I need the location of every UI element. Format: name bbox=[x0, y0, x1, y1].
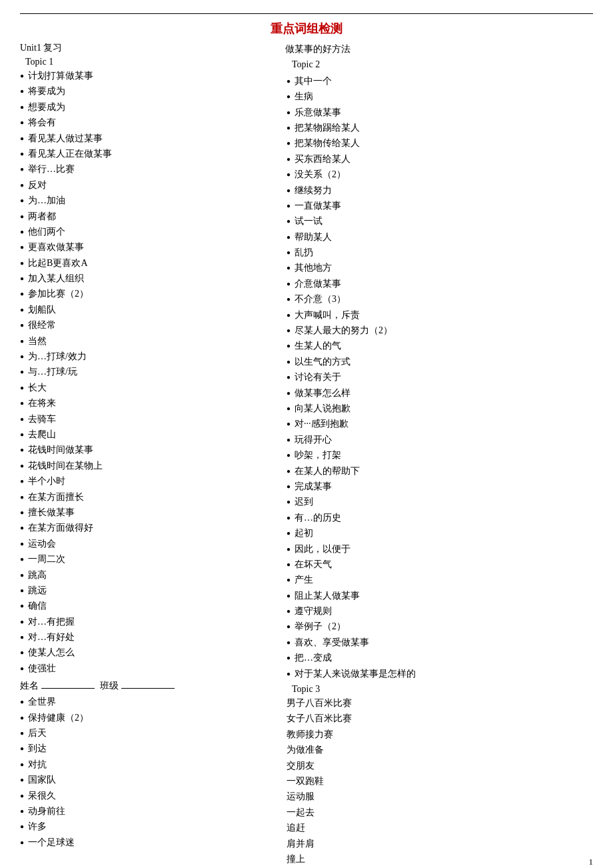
plain-item: 肩并肩 bbox=[287, 837, 593, 851]
list-item: 运动会 bbox=[20, 537, 273, 551]
list-item: 产生 bbox=[287, 573, 593, 587]
list-item: 大声喊叫，斥责 bbox=[287, 308, 593, 323]
left-column: Unit1 复习 Topic 1 计划打算做某事将要成为想要成为将会有看见某人做… bbox=[20, 42, 273, 867]
list-item: 乐意做某事 bbox=[287, 105, 593, 120]
list-item: 全世界 bbox=[20, 695, 273, 709]
list-item: 保持健康（2） bbox=[20, 711, 273, 725]
list-item: 一直做某事 bbox=[287, 199, 593, 213]
list-item: 在将来 bbox=[20, 396, 273, 411]
list-item: 把某物踢给某人 bbox=[287, 121, 593, 135]
list-item: 帮助某人 bbox=[287, 230, 593, 245]
list-item: 在坏天气 bbox=[287, 557, 593, 572]
name-underline bbox=[41, 688, 95, 689]
list-item: 比起B更喜欢A bbox=[20, 256, 273, 271]
list-item: 其他地方 bbox=[287, 261, 593, 275]
list-item: 当然 bbox=[20, 334, 273, 349]
topic3-plain-list: 男子八百米比赛女子八百米比赛教师接力赛为做准备交朋友一双跑鞋运动服一起去追赶肩并… bbox=[287, 696, 593, 867]
list-item: 对抗 bbox=[20, 757, 273, 772]
list-item: 举例子（2） bbox=[287, 619, 593, 634]
list-item: 去骑车 bbox=[20, 412, 273, 427]
top-border bbox=[20, 13, 593, 14]
list-item: 一个足球迷 bbox=[20, 835, 273, 850]
list-item: 阻止某人做某事 bbox=[287, 589, 593, 603]
list-item: 迟到 bbox=[287, 495, 593, 509]
list-item: 有…的历史 bbox=[287, 511, 593, 525]
list-item: 做某事怎么样 bbox=[287, 386, 593, 401]
list-item: 计划打算做某事 bbox=[20, 69, 273, 83]
list-item: 使强壮 bbox=[20, 661, 273, 676]
list-item: 半个小时 bbox=[20, 474, 273, 489]
page-number: 1 bbox=[589, 857, 594, 867]
topic2-left-list: 全世界保持健康（2）后天到达对抗国家队呆很久动身前往许多一个足球迷 bbox=[20, 695, 273, 850]
list-item: 动身前往 bbox=[20, 804, 273, 819]
list-item: 试一试 bbox=[287, 214, 593, 229]
plain-item: 撞上 bbox=[287, 852, 593, 867]
class-underline bbox=[121, 688, 175, 689]
list-item: 尽某人最大的努力（2） bbox=[287, 323, 593, 338]
list-item: 参加比赛（2） bbox=[20, 287, 273, 301]
plain-item: 追赶 bbox=[287, 821, 593, 835]
list-item: 因此，以便于 bbox=[287, 542, 593, 557]
page-title: 重点词组检测 bbox=[20, 21, 593, 37]
list-item: 向某人说抱歉 bbox=[287, 401, 593, 416]
list-item: 与…打球/玩 bbox=[20, 365, 273, 379]
list-item: 对…有把握 bbox=[20, 615, 273, 629]
list-item: 擅长做某事 bbox=[20, 505, 273, 520]
list-item: 他们两个 bbox=[20, 225, 273, 239]
content-wrapper: Unit1 复习 Topic 1 计划打算做某事将要成为想要成为将会有看见某人做… bbox=[20, 42, 593, 867]
list-item: 买东西给某人 bbox=[287, 152, 593, 167]
list-item: 反对 bbox=[20, 178, 273, 193]
list-item: 看见某人正在做某事 bbox=[20, 147, 273, 161]
list-item: 一周二次 bbox=[20, 552, 273, 567]
list-item: Topic 2 bbox=[292, 57, 593, 72]
list-item: 为…加油 bbox=[20, 193, 273, 208]
list-item: 生某人的气 bbox=[287, 339, 593, 353]
list-item: 玩得开心 bbox=[287, 433, 593, 447]
list-item: 划船队 bbox=[20, 303, 273, 317]
list-item: 花钱时间做某事 bbox=[20, 443, 273, 457]
list-item: 没关系（2） bbox=[287, 167, 593, 182]
list-item: 想要成为 bbox=[20, 100, 273, 115]
list-item: 喜欢、享受做某事 bbox=[287, 635, 593, 650]
list-item: 许多 bbox=[20, 819, 273, 834]
list-item: 跳高 bbox=[20, 568, 273, 583]
plain-item: 教师接力赛 bbox=[287, 727, 593, 742]
list-item: 在某方面擅长 bbox=[20, 490, 273, 505]
topic1-list: 计划打算做某事将要成为想要成为将会有看见某人做过某事看见某人正在做某事举行…比赛… bbox=[20, 69, 273, 676]
list-item: 两者都 bbox=[20, 209, 273, 224]
list-item: 继续努力 bbox=[287, 183, 593, 198]
list-item: 举行…比赛 bbox=[20, 162, 273, 177]
list-item: 长大 bbox=[20, 381, 273, 395]
list-item: 跳远 bbox=[20, 583, 273, 598]
name-row: 姓名 班级 bbox=[20, 680, 273, 692]
list-item: 确信 bbox=[20, 599, 273, 613]
list-item: 把某物传给某人 bbox=[287, 136, 593, 151]
list-item: 去爬山 bbox=[20, 427, 273, 442]
topic1-label: Topic 1 bbox=[25, 57, 273, 67]
list-item: 在某方面做得好 bbox=[20, 521, 273, 535]
plain-item: 运动服 bbox=[287, 789, 593, 804]
list-item: 以生气的方式 bbox=[287, 355, 593, 369]
plain-item: 女子八百米比赛 bbox=[287, 711, 593, 726]
list-item: 加入某人组织 bbox=[20, 271, 273, 286]
list-item: 在某人的帮助下 bbox=[287, 464, 593, 479]
list-item: 讨论有关于 bbox=[287, 370, 593, 385]
list-item: 乱扔 bbox=[287, 245, 593, 260]
list-item: 看见某人做过某事 bbox=[20, 131, 273, 146]
list-item: 更喜欢做某事 bbox=[20, 240, 273, 255]
class-label: 班级 bbox=[100, 680, 119, 692]
list-item: 做某事的好方法 bbox=[285, 42, 593, 57]
topic3-label: Topic 3 bbox=[292, 684, 593, 695]
plain-item: 男子八百米比赛 bbox=[287, 696, 593, 711]
list-item: 介意做某事 bbox=[287, 277, 593, 291]
list-item: 将要成为 bbox=[20, 84, 273, 99]
list-item: 吵架，打架 bbox=[287, 448, 593, 463]
plain-item: 一双跑鞋 bbox=[287, 774, 593, 789]
plain-item: 为做准备 bbox=[287, 743, 593, 757]
name-label: 姓名 bbox=[20, 680, 39, 692]
list-item: 对…有好处 bbox=[20, 630, 273, 645]
unit1-label: Unit1 复习 bbox=[20, 42, 273, 54]
list-item: 为…打球/效力 bbox=[20, 349, 273, 364]
list-item: 后天 bbox=[20, 726, 273, 741]
plain-item: 一起去 bbox=[287, 805, 593, 820]
